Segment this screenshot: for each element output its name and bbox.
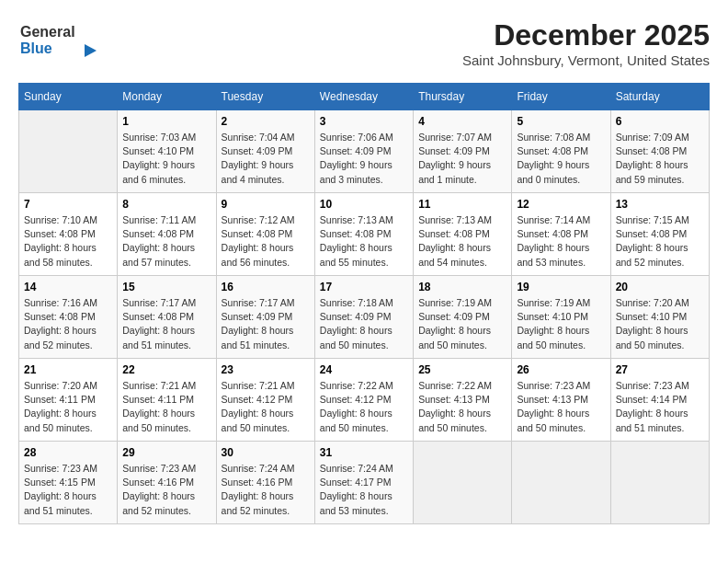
day-info: Sunrise: 7:22 AMSunset: 4:13 PMDaylight:…	[418, 379, 506, 435]
calendar-day-empty	[414, 442, 512, 524]
day-number: 20	[616, 281, 704, 293]
day-number: 30	[222, 446, 310, 459]
day-info: Sunrise: 7:08 AMSunset: 4:08 PMDaylight:…	[517, 131, 605, 187]
weekday-header-monday: Monday	[118, 84, 216, 110]
calendar-day-21: 21Sunrise: 7:20 AMSunset: 4:11 PMDayligh…	[19, 359, 118, 442]
day-number: 22	[122, 363, 210, 376]
day-info: Sunrise: 7:23 AMSunset: 4:15 PMDaylight:…	[24, 462, 112, 518]
day-info: Sunrise: 7:17 AMSunset: 4:09 PMDaylight:…	[222, 296, 310, 352]
day-info: Sunrise: 7:24 AMSunset: 4:16 PMDaylight:…	[222, 462, 310, 518]
calendar-week-row: 1Sunrise: 7:03 AMSunset: 4:10 PMDaylight…	[19, 110, 710, 193]
logo: General Blue	[18, 18, 119, 63]
calendar-day-13: 13Sunrise: 7:15 AMSunset: 4:08 PMDayligh…	[610, 193, 709, 276]
calendar-day-22: 22Sunrise: 7:21 AMSunset: 4:11 PMDayligh…	[118, 359, 216, 442]
page-title: December 2025	[462, 18, 710, 52]
calendar-day-29: 29Sunrise: 7:23 AMSunset: 4:16 PMDayligh…	[118, 442, 216, 524]
title-block: December 2025 Saint Johnsbury, Vermont, …	[462, 18, 710, 68]
calendar-day-6: 6Sunrise: 7:09 AMSunset: 4:08 PMDaylight…	[610, 110, 709, 193]
day-number: 28	[24, 446, 112, 459]
calendar-day-16: 16Sunrise: 7:17 AMSunset: 4:09 PMDayligh…	[216, 276, 314, 359]
weekday-header-wednesday: Wednesday	[314, 84, 413, 110]
day-number: 11	[418, 198, 506, 211]
day-info: Sunrise: 7:16 AMSunset: 4:08 PMDaylight:…	[24, 296, 112, 352]
day-info: Sunrise: 7:24 AMSunset: 4:17 PMDaylight:…	[320, 462, 408, 518]
day-info: Sunrise: 7:20 AMSunset: 4:10 PMDaylight:…	[616, 296, 704, 352]
day-number: 31	[320, 446, 408, 459]
weekday-header-row: SundayMondayTuesdayWednesdayThursdayFrid…	[19, 84, 710, 110]
day-number: 2	[222, 115, 310, 128]
day-number: 19	[517, 281, 605, 293]
calendar-day-30: 30Sunrise: 7:24 AMSunset: 4:16 PMDayligh…	[216, 442, 314, 524]
weekday-header-saturday: Saturday	[610, 84, 709, 110]
day-info: Sunrise: 7:13 AMSunset: 4:08 PMDaylight:…	[320, 213, 408, 270]
day-number: 1	[122, 115, 210, 128]
weekday-header-tuesday: Tuesday	[216, 84, 314, 110]
calendar-day-empty	[610, 442, 709, 524]
calendar-day-20: 20Sunrise: 7:20 AMSunset: 4:10 PMDayligh…	[610, 276, 709, 359]
day-info: Sunrise: 7:03 AMSunset: 4:10 PMDaylight:…	[122, 131, 210, 187]
day-number: 24	[320, 363, 408, 376]
calendar-day-10: 10Sunrise: 7:13 AMSunset: 4:08 PMDayligh…	[314, 193, 413, 276]
day-number: 3	[320, 115, 408, 128]
calendar-day-19: 19Sunrise: 7:19 AMSunset: 4:10 PMDayligh…	[512, 276, 610, 359]
day-number: 6	[616, 115, 704, 128]
day-info: Sunrise: 7:17 AMSunset: 4:08 PMDaylight:…	[122, 296, 210, 352]
day-number: 13	[616, 198, 704, 211]
day-number: 16	[222, 281, 310, 293]
calendar-day-7: 7Sunrise: 7:10 AMSunset: 4:08 PMDaylight…	[19, 193, 118, 276]
day-number: 23	[222, 363, 310, 376]
calendar-day-11: 11Sunrise: 7:13 AMSunset: 4:08 PMDayligh…	[414, 193, 512, 276]
day-info: Sunrise: 7:13 AMSunset: 4:08 PMDaylight:…	[418, 213, 506, 270]
calendar-day-4: 4Sunrise: 7:07 AMSunset: 4:09 PMDaylight…	[414, 110, 512, 193]
day-number: 9	[222, 198, 310, 211]
calendar-day-23: 23Sunrise: 7:21 AMSunset: 4:12 PMDayligh…	[216, 359, 314, 442]
calendar-day-empty	[19, 110, 118, 193]
day-info: Sunrise: 7:19 AMSunset: 4:10 PMDaylight:…	[517, 296, 605, 352]
day-number: 5	[517, 115, 605, 128]
day-number: 12	[517, 198, 605, 211]
calendar-day-3: 3Sunrise: 7:06 AMSunset: 4:09 PMDaylight…	[314, 110, 413, 193]
svg-marker-2	[85, 44, 97, 57]
logo-text: General Blue	[18, 18, 119, 63]
calendar-day-12: 12Sunrise: 7:14 AMSunset: 4:08 PMDayligh…	[512, 193, 610, 276]
calendar-day-9: 9Sunrise: 7:12 AMSunset: 4:08 PMDaylight…	[216, 193, 314, 276]
day-number: 17	[320, 281, 408, 293]
day-number: 7	[24, 198, 112, 211]
day-number: 27	[616, 363, 704, 376]
day-info: Sunrise: 7:21 AMSunset: 4:11 PMDaylight:…	[122, 379, 210, 435]
day-number: 10	[320, 198, 408, 211]
calendar-week-row: 14Sunrise: 7:16 AMSunset: 4:08 PMDayligh…	[19, 276, 710, 359]
day-info: Sunrise: 7:23 AMSunset: 4:14 PMDaylight:…	[616, 379, 704, 435]
calendar-day-18: 18Sunrise: 7:19 AMSunset: 4:09 PMDayligh…	[414, 276, 512, 359]
day-number: 15	[122, 281, 210, 293]
weekday-header-thursday: Thursday	[414, 84, 512, 110]
svg-text:General: General	[20, 24, 75, 40]
day-info: Sunrise: 7:23 AMSunset: 4:13 PMDaylight:…	[517, 379, 605, 435]
day-number: 25	[418, 363, 506, 376]
calendar-day-1: 1Sunrise: 7:03 AMSunset: 4:10 PMDaylight…	[118, 110, 216, 193]
calendar-day-5: 5Sunrise: 7:08 AMSunset: 4:08 PMDaylight…	[512, 110, 610, 193]
day-info: Sunrise: 7:20 AMSunset: 4:11 PMDaylight:…	[24, 379, 112, 435]
calendar-day-17: 17Sunrise: 7:18 AMSunset: 4:09 PMDayligh…	[314, 276, 413, 359]
calendar-day-27: 27Sunrise: 7:23 AMSunset: 4:14 PMDayligh…	[610, 359, 709, 442]
day-number: 4	[418, 115, 506, 128]
calendar-day-25: 25Sunrise: 7:22 AMSunset: 4:13 PMDayligh…	[414, 359, 512, 442]
svg-text:Blue: Blue	[20, 40, 52, 56]
calendar-day-24: 24Sunrise: 7:22 AMSunset: 4:12 PMDayligh…	[314, 359, 413, 442]
page-subtitle: Saint Johnsbury, Vermont, United States	[462, 52, 710, 68]
calendar-day-2: 2Sunrise: 7:04 AMSunset: 4:09 PMDaylight…	[216, 110, 314, 193]
day-info: Sunrise: 7:11 AMSunset: 4:08 PMDaylight:…	[122, 213, 210, 270]
calendar-week-row: 7Sunrise: 7:10 AMSunset: 4:08 PMDaylight…	[19, 193, 710, 276]
calendar-day-8: 8Sunrise: 7:11 AMSunset: 4:08 PMDaylight…	[118, 193, 216, 276]
day-info: Sunrise: 7:06 AMSunset: 4:09 PMDaylight:…	[320, 131, 408, 187]
day-number: 18	[418, 281, 506, 293]
day-info: Sunrise: 7:15 AMSunset: 4:08 PMDaylight:…	[616, 213, 704, 270]
calendar-week-row: 21Sunrise: 7:20 AMSunset: 4:11 PMDayligh…	[19, 359, 710, 442]
calendar-table: SundayMondayTuesdayWednesdayThursdayFrid…	[18, 83, 710, 524]
calendar-day-empty	[512, 442, 610, 524]
day-info: Sunrise: 7:19 AMSunset: 4:09 PMDaylight:…	[418, 296, 506, 352]
day-number: 14	[24, 281, 112, 293]
calendar-day-28: 28Sunrise: 7:23 AMSunset: 4:15 PMDayligh…	[19, 442, 118, 524]
calendar-day-15: 15Sunrise: 7:17 AMSunset: 4:08 PMDayligh…	[118, 276, 216, 359]
calendar-day-26: 26Sunrise: 7:23 AMSunset: 4:13 PMDayligh…	[512, 359, 610, 442]
